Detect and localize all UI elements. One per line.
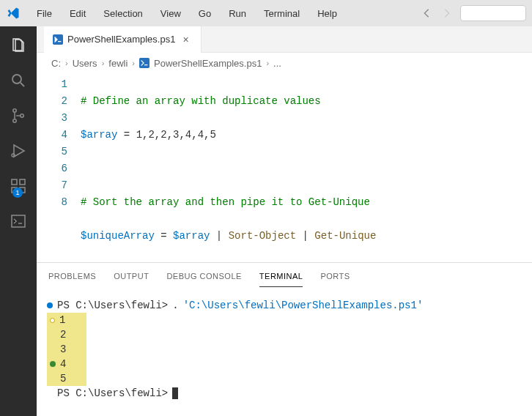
terminal-output: 3 [60,342,66,357]
line-gutter: 12345678 [37,73,81,262]
extensions-badge: 1 [12,187,23,198]
search-icon[interactable] [8,70,29,91]
chevron-right-icon: › [132,59,135,67]
terminal-output: 5 [60,371,66,386]
terminal[interactable]: PS C:\Users\fewli> . 'C:\Users\fewli\Pow… [37,289,532,416]
svg-point-1 [13,109,16,112]
tab-ports[interactable]: PORTS [320,266,350,286]
source-control-icon[interactable] [8,105,29,126]
svg-point-3 [21,114,23,117]
code-comment: # Sort the array and then pipe it to Get… [81,196,370,208]
chevron-right-icon: › [102,59,105,67]
close-icon[interactable]: × [180,34,191,45]
vscode-logo-icon [6,6,21,21]
svg-rect-5 [12,179,17,185]
powershell-file-icon [139,58,149,68]
menu-file[interactable]: File [29,5,59,22]
terminal-prompt: PS C:\Users\fewli> [57,298,168,313]
menu-view[interactable]: View [153,5,188,22]
status-dot-icon [50,361,56,367]
terminal-panel-icon[interactable] [8,211,29,231]
code-var: $array [81,129,117,141]
crumb-fewli[interactable]: fewli [108,58,128,69]
tab-terminal[interactable]: TERMINAL [259,266,303,287]
code-comment: # Define an array with duplicate values [81,95,321,107]
terminal-output-highlight: 1 2 3 4 5 [47,313,86,386]
menu-help[interactable]: Help [310,5,344,22]
menu-go[interactable]: Go [191,5,218,22]
powershell-file-icon [53,34,63,45]
crumb-c[interactable]: C: [51,58,61,69]
command-center-search[interactable] [460,5,526,21]
svg-rect-6 [20,179,25,185]
titlebar: File Edit Selection View Go Run Terminal… [0,0,532,26]
svg-point-0 [12,75,21,83]
crumb-users[interactable]: Users [73,58,97,69]
code-editor[interactable]: 12345678 # Define an array with duplicat… [37,73,532,262]
crumb-file[interactable]: PowerShellExamples.ps1 [154,58,262,69]
chevron-right-icon: › [65,59,68,67]
terminal-output: 2 [60,327,66,342]
breadcrumb[interactable]: C: › Users › fewli › PowerShellExamples.… [37,53,532,73]
status-dot-icon [47,302,53,308]
svg-rect-11 [139,58,149,68]
bottom-panel: PROBLEMS OUTPUT DEBUG CONSOLE TERMINAL P… [37,262,532,416]
editor-tabs: PowerShellExamples.ps1 × [37,26,532,53]
status-dot-icon [50,318,55,323]
code-cmdlet: Sort-Object [229,230,296,242]
tab-output[interactable]: OUTPUT [114,266,149,286]
svg-point-4 [12,154,15,157]
menu-edit[interactable]: Edit [62,5,93,22]
code-content[interactable]: # Define an array with duplicate values … [81,73,532,262]
explorer-icon[interactable] [8,35,29,56]
code-cmdlet: Get-Unique [314,230,376,242]
code-var: $uniqueArray [81,230,155,242]
tab-label: PowerShellExamples.ps1 [67,34,175,45]
crumb-ellipsis[interactable]: ... [273,58,281,69]
tab-problems[interactable]: PROBLEMS [48,266,96,286]
terminal-output: 4 [60,357,66,371]
terminal-cursor [172,387,178,399]
nav-forward-icon[interactable] [440,6,454,21]
activity-bar: 1 [0,26,37,416]
run-debug-icon[interactable] [8,141,29,161]
svg-rect-9 [12,215,25,227]
menu-selection[interactable]: Selection [96,5,149,22]
menu-run[interactable]: Run [221,5,254,22]
terminal-path: 'C:\Users\fewli\PowerShellExamples.ps1' [183,298,424,313]
terminal-prompt: PS C:\Users\fewli> [57,386,168,401]
tab-powershellexamples[interactable]: PowerShellExamples.ps1 × [44,26,202,53]
menu-terminal[interactable]: Terminal [256,5,307,22]
svg-rect-10 [53,34,63,45]
terminal-output: 1 [59,313,65,327]
svg-point-2 [13,119,16,122]
tab-debug-console[interactable]: DEBUG CONSOLE [166,266,241,286]
panel-tabs: PROBLEMS OUTPUT DEBUG CONSOLE TERMINAL P… [37,263,532,289]
nav-back-icon[interactable] [419,6,434,21]
chevron-right-icon: › [266,59,269,67]
